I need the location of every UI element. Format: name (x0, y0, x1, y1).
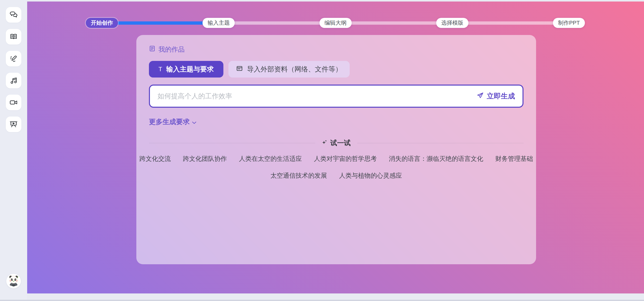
progress-line-todo (465, 21, 556, 25)
generate-label: 立即生成 (487, 91, 515, 101)
step-make-ppt[interactable]: 制作PPT (553, 18, 585, 28)
chevron-down-icon (192, 118, 196, 126)
step-choose-template[interactable]: 选择模版 (436, 18, 468, 28)
topic-input[interactable] (157, 92, 472, 100)
suggestion-chip[interactable]: 人类对宇宙的哲学思考 (314, 155, 377, 163)
panda-avatar-icon (7, 274, 20, 288)
progress-line-done (115, 21, 206, 25)
import-file-icon (236, 65, 243, 74)
pencil-edit-icon (9, 54, 18, 63)
progress-stepper: 开始创作 输入主题 编辑大纲 选择模版 制作PPT (86, 17, 585, 28)
sidebar-item-presentation[interactable] (6, 117, 21, 132)
my-works-label: 我的作品 (158, 45, 185, 54)
step-start-creation[interactable]: 开始创作 (86, 18, 118, 28)
open-book-icon (9, 32, 18, 41)
tab-label: 导入外部资料（网络、文件等） (247, 65, 342, 74)
main-area: 开始创作 输入主题 编辑大纲 选择模版 制作PPT 我的作品 T 输入主题与要求 (27, 2, 644, 293)
sidebar-item-video[interactable] (6, 95, 21, 110)
suggestion-chip[interactable]: 财务管理基础 (495, 155, 533, 163)
document-icon (149, 45, 155, 54)
divider-line (149, 143, 315, 143)
divider-line (357, 143, 524, 143)
step-edit-outline[interactable]: 编辑大纲 (319, 18, 352, 28)
more-requirements-toggle[interactable]: 更多生成要求 (149, 117, 196, 126)
tab-label: 输入主题与要求 (166, 65, 214, 74)
presentation-board-icon (9, 120, 18, 129)
suggestion-chip[interactable]: 消失的语言：濒临灭绝的语言文化 (389, 155, 483, 163)
sidebar-item-reading[interactable] (6, 29, 21, 45)
user-avatar[interactable] (6, 274, 21, 288)
sidebar-item-music[interactable] (6, 73, 21, 88)
suggestion-chip[interactable]: 人类与植物的心灵感应 (339, 171, 402, 180)
suggestion-chip[interactable]: 跨文化团队协作 (183, 155, 227, 163)
chat-bubbles-icon (9, 10, 18, 19)
suggestion-chip[interactable]: 人类在太空的生活适应 (239, 155, 302, 163)
try-section-header: 试一试 (149, 138, 524, 147)
video-camera-icon (9, 98, 18, 107)
topic-input-box: 立即生成 (149, 85, 524, 108)
more-requirements-label: 更多生成要求 (149, 117, 190, 126)
progress-line-todo (349, 21, 439, 25)
suggestion-row-2: 太空通信技术的发展 人类与植物的心灵感应 (149, 171, 524, 180)
try-section-title: 试一试 (330, 138, 351, 147)
suggestion-row-1: 跨文化交流 跨文化团队协作 人类在太空的生活适应 人类对宇宙的哲学思考 消失的语… (149, 155, 524, 163)
progress-line-todo (232, 21, 322, 25)
suggestion-chip[interactable]: 跨文化交流 (139, 155, 171, 163)
sidebar-item-writing[interactable] (6, 51, 21, 66)
my-works-link[interactable]: 我的作品 (149, 45, 185, 54)
creation-card: 我的作品 T 输入主题与要求 导入外部资料（网络、文件等） (136, 35, 536, 264)
sidebar (0, 0, 27, 301)
tab-import-external-material[interactable]: 导入外部资料（网络、文件等） (228, 61, 350, 78)
sparkles-icon (322, 139, 327, 147)
bottom-divider (0, 300, 644, 301)
paper-plane-icon (477, 92, 484, 101)
music-note-icon (9, 76, 18, 85)
tab-input-topic-requirements[interactable]: T 输入主题与要求 (149, 61, 223, 78)
step-input-topic[interactable]: 输入主题 (203, 18, 235, 28)
sidebar-item-chat[interactable] (6, 7, 21, 23)
generate-button[interactable]: 立即生成 (477, 91, 515, 101)
suggestion-chip[interactable]: 太空通信技术的发展 (270, 171, 327, 180)
input-mode-tabs: T 输入主题与要求 导入外部资料（网络、文件等） (149, 61, 524, 78)
text-T-icon: T (158, 66, 162, 73)
